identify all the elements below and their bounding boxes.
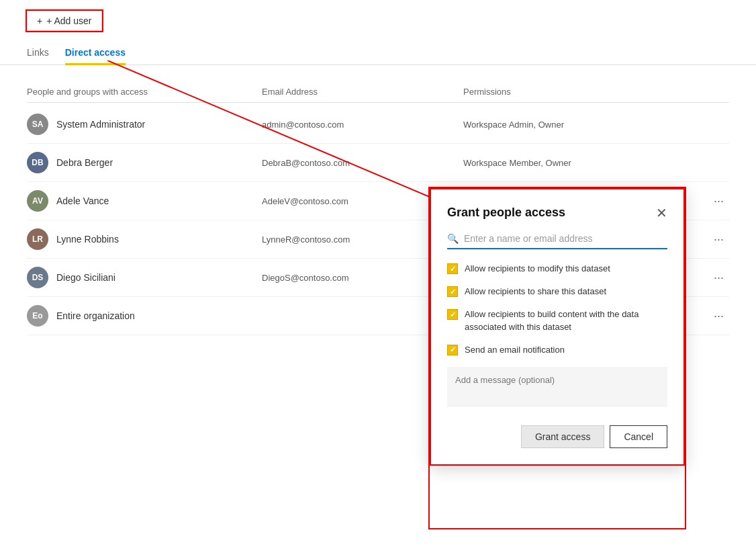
permissions-cell: Workspace Admin, Owner: [463, 120, 729, 130]
checkbox-build: ✓ Allow recipients to build content with…: [447, 308, 667, 333]
avatar: DS: [27, 267, 48, 288]
grant-access-button[interactable]: Grant access: [521, 425, 604, 448]
person-cell: Eo Entire organization: [27, 305, 262, 327]
col-permissions: Permissions: [463, 87, 729, 97]
close-dialog-button[interactable]: ✕: [656, 206, 667, 220]
checkbox-modify: ✓ Allow recipients to modify this datase…: [447, 263, 667, 275]
avatar: LR: [27, 228, 48, 250]
tab-direct-access[interactable]: Direct access: [65, 42, 126, 65]
checkbox-email: ✓ Send an email notification: [447, 344, 667, 356]
person-name: Lynne Robbins: [56, 234, 119, 245]
search-icon: 🔍: [447, 233, 459, 244]
person-cell: DB Debra Berger: [27, 152, 262, 173]
checkbox-build-control[interactable]: ✓: [447, 309, 458, 320]
person-cell: LR Lynne Robbins: [27, 228, 262, 250]
checkbox-email-label: Send an email notification: [465, 344, 565, 356]
col-email: Email Address: [262, 87, 463, 97]
check-icon: ✓: [450, 310, 456, 319]
email-cell: admin@contoso.com: [262, 120, 463, 130]
person-cell: AV Adele Vance: [27, 190, 262, 212]
search-field[interactable]: 🔍: [447, 233, 667, 249]
search-input[interactable]: [464, 233, 667, 244]
permission-text: Workspace Member, Owner: [463, 158, 571, 168]
more-options-icon[interactable]: ···: [708, 309, 729, 323]
person-cell: SA System Administrator: [27, 114, 262, 135]
permission-text: Workspace Admin, Owner: [463, 120, 564, 130]
grant-access-dialog: Grant people access ✕ 🔍 ✓ Allow recipien…: [430, 188, 685, 466]
tab-links[interactable]: Links: [27, 42, 49, 65]
avatar: DB: [27, 152, 48, 173]
table-header: People and groups with access Email Addr…: [27, 81, 729, 103]
email-cell: DebraB@contoso.com: [262, 158, 463, 168]
avatar: AV: [27, 190, 48, 212]
person-name: Entire organization: [56, 310, 135, 321]
tabs: Links Direct access: [27, 42, 729, 65]
dialog-title: Grant people access: [447, 206, 565, 220]
person-name: System Administrator: [56, 119, 145, 130]
tab-direct-access-label: Direct access: [65, 47, 126, 58]
add-user-label: + Add user: [46, 15, 91, 26]
checkbox-build-label: Allow recipients to build content with t…: [465, 308, 667, 333]
more-options-icon[interactable]: ···: [708, 194, 729, 208]
check-icon: ✓: [450, 345, 456, 354]
person-name: Debra Berger: [56, 157, 113, 168]
dialog-footer: Grant access Cancel: [447, 425, 667, 448]
checkbox-email-control[interactable]: ✓: [447, 345, 458, 355]
table-row: DB Debra Berger DebraB@contoso.com Works…: [27, 144, 729, 182]
cancel-label: Cancel: [624, 431, 653, 442]
table-row: SA System Administrator admin@contoso.co…: [27, 105, 729, 144]
col-people: People and groups with access: [27, 87, 262, 97]
more-options-icon[interactable]: ···: [708, 271, 729, 285]
checkbox-share: ✓ Allow recipients to share this dataset: [447, 286, 667, 298]
checkbox-modify-label: Allow recipients to modify this dataset: [465, 263, 610, 275]
header: + + Add user Links Direct access: [0, 0, 756, 65]
checkbox-share-label: Allow recipients to share this dataset: [465, 286, 606, 298]
add-user-button[interactable]: + + Add user: [27, 11, 102, 31]
person-name: Adele Vance: [56, 196, 109, 206]
permissions-cell: Workspace Member, Owner: [463, 158, 729, 168]
checkbox-share-control[interactable]: ✓: [447, 286, 458, 297]
person-name: Diego Siciliani: [56, 272, 115, 283]
cancel-button[interactable]: Cancel: [610, 425, 667, 448]
dialog-header: Grant people access ✕: [447, 206, 667, 220]
avatar: SA: [27, 114, 48, 135]
tab-links-label: Links: [27, 47, 49, 58]
avatar: Eo: [27, 305, 48, 327]
check-icon: ✓: [450, 288, 456, 296]
page-container: + + Add user Links Direct access People …: [0, 0, 756, 557]
check-icon: ✓: [450, 265, 456, 273]
checkbox-modify-control[interactable]: ✓: [447, 263, 458, 274]
more-options-icon[interactable]: ···: [708, 232, 729, 247]
message-textarea[interactable]: [447, 367, 667, 407]
grant-access-label: Grant access: [535, 431, 590, 442]
person-cell: DS Diego Siciliani: [27, 267, 262, 288]
plus-icon: +: [37, 15, 42, 26]
